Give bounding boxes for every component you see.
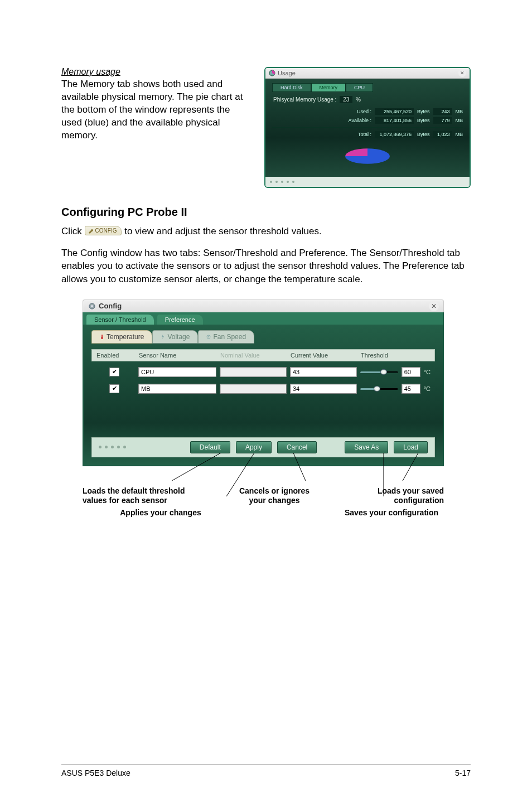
footer-right: 5-17 xyxy=(455,769,471,777)
svg-line-11 xyxy=(403,453,418,481)
usage-used-mb: 243 xyxy=(433,108,452,115)
usage-avail-label: Available : xyxy=(341,118,371,123)
col-current-value: Current Value xyxy=(291,352,357,359)
table-row: ✔ °C xyxy=(96,367,431,377)
config-window-title: Config xyxy=(99,302,429,310)
tab-memory[interactable]: Memory xyxy=(311,83,346,92)
svg-line-9 xyxy=(293,453,306,481)
enabled-checkbox[interactable]: ✔ xyxy=(109,368,119,376)
usage-window-title: Usage xyxy=(278,70,458,76)
config-grid-header: Enabled Sensor Name Nominal Value Curren… xyxy=(91,349,435,361)
gear-icon xyxy=(88,302,96,311)
usage-row-total: Total : 1,072,869,376 Bytes 1,023 MB xyxy=(272,131,463,138)
usage-percent-suffix: % xyxy=(356,96,361,103)
usage-total-label: Total : xyxy=(341,132,371,137)
save-as-button[interactable]: Save As xyxy=(345,441,388,453)
unit-label: °C xyxy=(424,385,431,392)
usage-used-munit: MB xyxy=(456,109,463,114)
bolt-icon xyxy=(161,335,165,339)
callout-lines xyxy=(83,453,444,520)
click-prefix: Click xyxy=(61,226,85,236)
memory-usage-heading: Memory usage xyxy=(61,67,251,77)
usage-avail-unit: Bytes xyxy=(417,118,430,123)
memory-pie-chart xyxy=(272,140,463,170)
config-chip[interactable]: CONFIG xyxy=(85,226,122,235)
col-sensor-name: Sensor Name xyxy=(139,352,217,359)
section-heading: Configuring PC Probe II xyxy=(61,206,471,219)
nominal-value-field xyxy=(220,384,287,394)
memory-usage-text: The Memory tab shows both used and avail… xyxy=(61,78,251,142)
unit-label: °C xyxy=(424,369,431,375)
col-enabled: Enabled xyxy=(96,352,136,359)
usage-footer-dots xyxy=(265,177,470,187)
usage-avail-mb: 779 xyxy=(433,117,452,124)
usage-percent-prefix: Phisycal Memory Usage : xyxy=(273,96,336,103)
load-button[interactable]: Load xyxy=(394,441,428,453)
threshold-value-field[interactable] xyxy=(402,384,420,394)
enabled-checkbox[interactable]: ✔ xyxy=(109,384,119,393)
usage-total-unit: Bytes xyxy=(417,132,430,137)
close-icon[interactable]: ✕ xyxy=(429,301,439,311)
click-instruction: Click CONFIG to view and adjust the sens… xyxy=(61,224,471,239)
usage-avail-munit: MB xyxy=(456,118,463,123)
tab-temperature-label: Temperature xyxy=(107,333,144,341)
fan-icon xyxy=(206,335,211,339)
tab-voltage[interactable]: Voltage xyxy=(152,330,198,344)
footer-left: ASUS P5E3 Deluxe xyxy=(61,769,130,777)
current-value-field xyxy=(290,367,357,377)
pie-icon xyxy=(269,70,275,76)
tab-sensor-threshold[interactable]: Sensor / Threshold xyxy=(86,315,154,325)
tab-temperature[interactable]: Temperature xyxy=(91,330,152,344)
usage-row-used: Used : 255,467,520 Bytes 243 MB xyxy=(272,108,463,115)
cancel-button[interactable]: Cancel xyxy=(277,441,317,453)
threshold-slider[interactable] xyxy=(360,385,398,393)
config-titlebar: Config ✕ xyxy=(83,299,444,312)
config-outer-tabs: Sensor / Threshold Preference xyxy=(83,312,444,325)
svg-point-6 xyxy=(208,336,209,337)
config-grid-body: ✔ °C xyxy=(91,361,435,404)
usage-titlebar: Usage ✕ xyxy=(265,68,470,79)
svg-line-7 xyxy=(172,453,221,481)
svg-point-2 xyxy=(91,305,93,307)
usage-total-bytes: 1,072,869,376 xyxy=(375,131,414,138)
apply-button[interactable]: Apply xyxy=(236,441,272,453)
wrench-icon xyxy=(88,228,94,234)
tab-preference[interactable]: Preference xyxy=(157,315,203,325)
usage-row-available: Available : 817,401,856 Bytes 779 MB xyxy=(272,117,463,124)
svg-point-4 xyxy=(101,337,103,339)
table-row: ✔ °C xyxy=(96,384,431,394)
tab-fan-speed[interactable]: Fan Speed xyxy=(198,330,254,344)
callouts: Loads the default threshold values for e… xyxy=(83,471,444,518)
usage-total-mb: 1,023 xyxy=(433,131,452,138)
default-button[interactable]: Default xyxy=(190,441,230,453)
threshold-slider[interactable] xyxy=(360,368,398,376)
usage-total-munit: MB xyxy=(456,132,463,137)
thermometer-icon xyxy=(100,335,104,339)
usage-percent-label: Phisycal Memory Usage : 23 % xyxy=(273,96,463,103)
config-inner-tabs: Temperature Voltage Fan Speed xyxy=(91,330,435,344)
tab-cpu[interactable]: CPU xyxy=(346,83,373,92)
usage-window: Usage ✕ Hard Disk Memory CPU Phisycal Me… xyxy=(264,67,471,188)
tab-hard-disk[interactable]: Hard Disk xyxy=(272,83,311,92)
config-chip-label: CONFIG xyxy=(95,226,117,235)
usage-used-unit: Bytes xyxy=(417,109,430,114)
click-suffix: to view and adjust the sensor threshold … xyxy=(124,226,321,236)
config-paragraph: The Config window has two tabs: Sensor/T… xyxy=(61,247,471,286)
usage-percent-value: 23 xyxy=(340,96,352,103)
nominal-value-field xyxy=(220,367,287,377)
config-window: Config ✕ Sensor / Threshold Preference T… xyxy=(83,299,444,466)
usage-avail-bytes: 817,401,856 xyxy=(375,117,414,124)
current-value-field xyxy=(290,384,357,394)
decorative-dots xyxy=(99,446,126,448)
tab-voltage-label: Voltage xyxy=(167,333,190,341)
svg-line-8 xyxy=(226,453,254,496)
sensor-name-field[interactable] xyxy=(138,384,216,394)
tab-fan-label: Fan Speed xyxy=(213,333,246,341)
usage-used-bytes: 255,467,520 xyxy=(375,108,414,115)
threshold-value-field[interactable] xyxy=(402,367,420,377)
col-threshold: Threshold xyxy=(361,352,430,359)
col-nominal-value: Nominal Value xyxy=(220,352,287,359)
close-icon[interactable]: ✕ xyxy=(458,69,466,77)
page-footer: ASUS P5E3 Deluxe 5-17 xyxy=(61,765,471,777)
sensor-name-field[interactable] xyxy=(138,367,216,377)
